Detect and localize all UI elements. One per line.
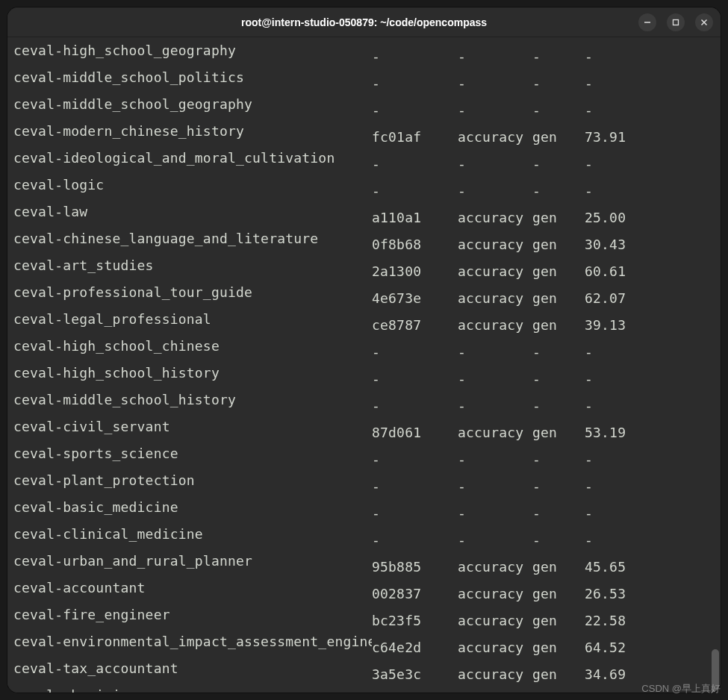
col-name: ceval-legal_professional xyxy=(13,309,372,330)
col-name: ceval-fire_engineer xyxy=(13,604,372,625)
col-name: ceval-accountant xyxy=(13,578,372,599)
watermark: CSDN @早上真好 xyxy=(641,682,721,696)
col-score: 60.61 xyxy=(585,261,637,282)
col-hash: - xyxy=(372,369,458,390)
col-hash: ce8787 xyxy=(372,315,458,336)
col-metric: - xyxy=(458,100,532,121)
col-score: 64.52 xyxy=(585,637,637,658)
col-mode: gen xyxy=(532,234,585,255)
col-hash: - xyxy=(372,476,458,497)
col-mode: gen xyxy=(532,557,585,578)
col-hash: - xyxy=(372,396,458,416)
col-name: ceval-sports_science xyxy=(13,443,372,464)
col-metric: - xyxy=(458,530,532,551)
col-hash: 87d061 xyxy=(372,422,458,443)
col-hash: - xyxy=(372,100,458,121)
close-button[interactable] xyxy=(695,13,713,31)
col-hash: 4e673e xyxy=(372,288,458,309)
col-mode: - xyxy=(532,73,585,94)
col-metric: - xyxy=(458,154,532,175)
terminal-body[interactable]: ceval-high_school_geography----ceval-mid… xyxy=(7,37,721,693)
col-mode: gen xyxy=(532,610,585,631)
col-name: ceval-high_school_geography xyxy=(13,40,372,61)
col-score: - xyxy=(585,503,637,524)
result-row: ceval-plant_protection---- xyxy=(13,470,715,497)
result-row: ceval-logic---- xyxy=(13,175,715,201)
col-mode: - xyxy=(532,46,585,67)
result-row: ceval-chinese_language_and_literature0f8… xyxy=(13,228,715,255)
col-score: - xyxy=(585,530,637,551)
col-name: ceval-clinical_medicine xyxy=(13,524,372,545)
result-row: ceval-tax_accountant3a5e3caccuracygen34.… xyxy=(13,658,715,685)
result-row: ceval-art_studies2a1300accuracygen60.61 xyxy=(13,255,715,282)
col-metric: accuracy xyxy=(458,584,532,604)
col-metric: accuracy xyxy=(458,315,532,336)
col-hash: - xyxy=(372,503,458,524)
result-row: ceval-accountant002837accuracygen26.53 xyxy=(13,578,715,604)
col-name: ceval-art_studies xyxy=(13,255,372,276)
col-mode: gen xyxy=(532,422,585,443)
col-mode: - xyxy=(532,342,585,363)
col-hash: c64e2d xyxy=(372,637,458,658)
col-metric: - xyxy=(458,503,532,524)
col-mode: gen xyxy=(532,637,585,658)
col-name: ceval-middle_school_geography xyxy=(13,94,372,115)
col-name: ceval-civil_servant xyxy=(13,416,372,437)
col-metric: accuracy xyxy=(458,691,532,693)
col-mode: - xyxy=(532,369,585,390)
col-metric: accuracy xyxy=(458,261,532,282)
col-score: 26.53 xyxy=(585,584,637,604)
result-row: ceval-environmental_impact_assessment_en… xyxy=(13,631,715,658)
result-row: ceval-high_school_geography---- xyxy=(13,40,715,67)
col-name: ceval-professional_tour_guide xyxy=(13,282,372,303)
col-score: 62.07 xyxy=(585,288,637,309)
result-row: ceval-fire_engineerbc23f5accuracygen22.5… xyxy=(13,604,715,631)
result-row: ceval-high_school_chinese---- xyxy=(13,336,715,363)
col-mode: gen xyxy=(532,691,585,693)
col-hash: bc23f5 xyxy=(372,610,458,631)
col-mode: - xyxy=(532,476,585,497)
col-metric: accuracy xyxy=(458,288,532,309)
col-name: ceval-ideological_and_moral_cultivation xyxy=(13,148,372,169)
col-score: 53.19 xyxy=(585,422,637,443)
result-row: ceval-middle_school_history---- xyxy=(13,390,715,416)
window-title: root@intern-studio-050879: ~/code/openco… xyxy=(241,16,487,28)
col-hash: fc01af xyxy=(372,127,458,148)
svg-rect-1 xyxy=(673,19,679,25)
col-metric: accuracy xyxy=(458,127,532,148)
col-score: - xyxy=(585,181,637,201)
result-row: ceval-legal_professionalce8787accuracyge… xyxy=(13,309,715,336)
col-hash: - xyxy=(372,154,458,175)
col-metric: - xyxy=(458,46,532,67)
col-mode: - xyxy=(532,449,585,470)
col-hash: - xyxy=(372,46,458,67)
col-hash: - xyxy=(372,181,458,201)
col-score: - xyxy=(585,100,637,121)
col-hash: - xyxy=(372,342,458,363)
col-name: ceval-urban_and_rural_planner xyxy=(13,551,372,572)
col-metric: - xyxy=(458,476,532,497)
col-metric: - xyxy=(458,369,532,390)
col-hash: 2a1300 xyxy=(372,261,458,282)
maximize-button[interactable] xyxy=(667,13,685,31)
col-mode: - xyxy=(532,396,585,416)
col-name: ceval-tax_accountant xyxy=(13,658,372,679)
col-score: 34.69 xyxy=(585,664,637,685)
col-name: ceval-environmental_impact_assessment_en… xyxy=(13,631,372,652)
col-metric: accuracy xyxy=(458,234,532,255)
col-mode: - xyxy=(532,100,585,121)
col-metric: accuracy xyxy=(458,422,532,443)
result-row: ceval-sports_science---- xyxy=(13,443,715,470)
col-hash: a110a1 xyxy=(372,207,458,228)
minimize-icon xyxy=(644,19,651,26)
titlebar[interactable]: root@intern-studio-050879: ~/code/openco… xyxy=(7,7,721,37)
result-row: ceval-professional_tour_guide4e673eaccur… xyxy=(13,282,715,309)
col-score: - xyxy=(585,449,637,470)
col-score: - xyxy=(585,46,637,67)
minimize-button[interactable] xyxy=(638,13,656,31)
col-metric: accuracy xyxy=(458,207,532,228)
result-row: ceval-middle_school_politics---- xyxy=(13,67,715,94)
window-controls xyxy=(638,13,713,31)
col-mode: gen xyxy=(532,584,585,604)
result-row: ceval-modern_chinese_historyfc01afaccura… xyxy=(13,121,715,148)
